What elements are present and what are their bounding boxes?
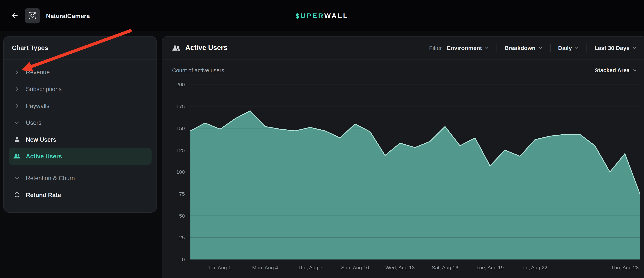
svg-text:Tue, Aug 19: Tue, Aug 19	[476, 265, 504, 271]
sidebar-item-label: Refund Rate	[26, 192, 61, 198]
date-range-dropdown-label: Last 30 Days	[594, 45, 630, 51]
chevron-down-icon	[538, 45, 543, 50]
divider	[550, 44, 551, 51]
svg-text:100: 100	[176, 169, 185, 175]
camera-icon	[28, 11, 37, 20]
svg-text:0: 0	[182, 257, 185, 263]
sidebar-item-refund-rate[interactable]: Refund Rate	[9, 186, 152, 203]
sidebar-item-label: Revenue	[26, 69, 50, 75]
divider	[587, 44, 587, 51]
interval-dropdown[interactable]: Daily	[558, 45, 579, 51]
logo-prefix: $UPER	[296, 12, 324, 20]
chart-types-list: Revenue Subscriptions Paywalls Users	[4, 60, 156, 208]
environment-dropdown-label: Environment	[447, 45, 482, 51]
divider	[497, 44, 497, 51]
chevron-down-icon	[632, 45, 637, 50]
sidebar-item-active-users[interactable]: Active Users	[9, 148, 152, 165]
svg-text:175: 175	[176, 104, 185, 109]
svg-text:Fri, Aug 1: Fri, Aug 1	[209, 265, 231, 271]
sidebar-item-subscriptions[interactable]: Subscriptions	[9, 80, 152, 97]
svg-text:125: 125	[176, 147, 185, 153]
active-users-chart: 0255075100125150175200Fri, Aug 1Mon, Aug…	[162, 80, 644, 273]
app-window: NaturalCamera $UPERWALL Chart Types Reve…	[0, 0, 644, 278]
chevron-down-icon	[575, 45, 579, 50]
superwall-logo: $UPERWALL	[0, 0, 644, 31]
chart-subheader: Count of active users Stacked Area	[162, 60, 644, 81]
chart-type-selector[interactable]: Stacked Area	[595, 67, 637, 73]
environment-dropdown[interactable]: Environment	[447, 45, 489, 51]
chevron-right-icon	[13, 69, 21, 75]
svg-text:150: 150	[176, 126, 185, 131]
sidebar-item-label: Subscriptions	[26, 86, 62, 92]
chevron-down-icon	[632, 68, 637, 72]
chevron-down-icon	[13, 175, 21, 181]
sidebar-item-paywalls[interactable]: Paywalls	[9, 97, 152, 114]
topbar: NaturalCamera $UPERWALL	[0, 0, 644, 31]
svg-text:Sun, Aug 10: Sun, Aug 10	[341, 265, 369, 271]
interval-dropdown-label: Daily	[558, 45, 572, 51]
sidebar-item-label: Retention & Churn	[26, 175, 75, 181]
svg-text:Mon, Aug 4: Mon, Aug 4	[252, 265, 278, 271]
panel-title: Active Users	[185, 44, 228, 52]
header-controls: Filter Environment Breakdown Daily La	[429, 44, 637, 51]
panel-header: Active Users Filter Environment Breakdow…	[162, 36, 644, 60]
svg-text:50: 50	[179, 213, 185, 219]
sidebar-item-label: Active Users	[26, 153, 62, 159]
svg-text:Thu, Aug 28: Thu, Aug 28	[611, 265, 639, 271]
chart-types-panel: Chart Types Revenue Subscriptions Paywal…	[3, 36, 157, 213]
sidebar-item-new-users[interactable]: New Users	[9, 131, 152, 148]
app-icon	[24, 8, 40, 23]
svg-text:Thu, Aug 7: Thu, Aug 7	[298, 265, 322, 271]
active-users-panel: Active Users Filter Environment Breakdow…	[162, 36, 644, 278]
person-icon	[13, 136, 21, 143]
arrow-left-icon	[11, 11, 19, 20]
chevron-right-icon	[13, 103, 21, 109]
svg-text:75: 75	[179, 191, 185, 197]
chart-subtitle: Count of active users	[172, 67, 224, 73]
breakdown-dropdown-label: Breakdown	[504, 45, 536, 51]
logo-suffix: WALL	[324, 12, 348, 20]
chevron-down-icon	[485, 45, 489, 50]
sidebar-item-label: Paywalls	[26, 102, 50, 109]
sidebar-item-users[interactable]: Users	[9, 114, 152, 131]
refresh-icon	[13, 191, 21, 198]
filter-label: Filter	[429, 45, 442, 51]
svg-text:25: 25	[179, 235, 185, 241]
sidebar-item-label: Users	[26, 119, 42, 126]
svg-text:Sat, Aug 16: Sat, Aug 16	[432, 265, 458, 271]
chart-types-title: Chart Types	[4, 36, 156, 60]
sidebar-item-revenue[interactable]: Revenue	[9, 64, 152, 81]
svg-text:200: 200	[176, 82, 185, 87]
back-button[interactable]	[8, 9, 21, 22]
date-range-dropdown[interactable]: Last 30 Days	[594, 45, 637, 51]
chevron-down-icon	[13, 120, 21, 125]
breakdown-dropdown[interactable]: Breakdown	[504, 45, 543, 51]
sidebar-item-label: New Users	[26, 136, 56, 143]
people-icon	[172, 44, 180, 51]
chevron-right-icon	[13, 86, 21, 92]
chart-type-label: Stacked Area	[595, 67, 630, 73]
people-icon	[13, 153, 21, 160]
svg-text:Wed, Aug 13: Wed, Aug 13	[386, 265, 415, 271]
app-name: NaturalCamera	[46, 12, 90, 19]
svg-text:Fri, Aug 22: Fri, Aug 22	[522, 265, 548, 271]
sidebar-item-retention-churn[interactable]: Retention & Churn	[9, 170, 152, 187]
